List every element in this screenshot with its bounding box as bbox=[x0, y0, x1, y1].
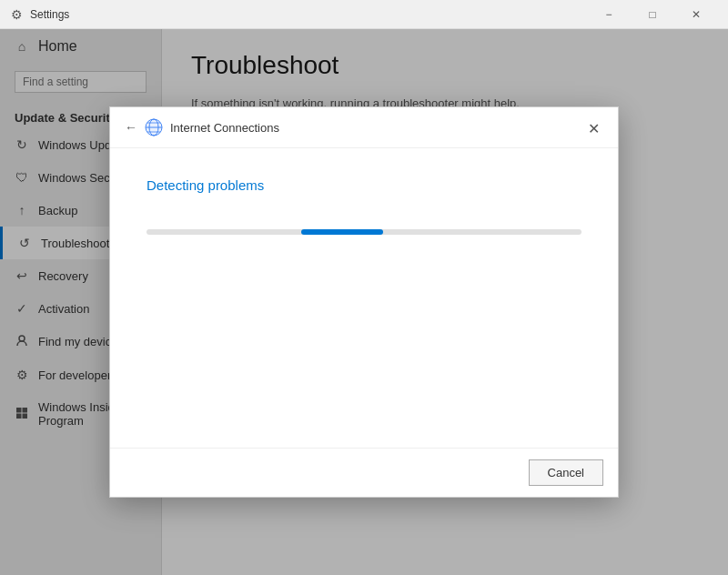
modal-titlebar: ← Internet Connections ✕ bbox=[110, 107, 618, 148]
titlebar-controls: − □ ✕ bbox=[588, 0, 717, 29]
modal-footer: Cancel bbox=[110, 448, 618, 497]
maximize-button[interactable]: □ bbox=[632, 0, 673, 29]
titlebar-left: ⚙ Settings bbox=[11, 7, 69, 22]
modal-title: Internet Connections bbox=[170, 121, 603, 135]
titlebar-title: Settings bbox=[30, 8, 69, 21]
titlebar: ⚙ Settings − □ ✕ bbox=[0, 0, 728, 29]
progress-bar-container bbox=[147, 229, 581, 235]
modal-back-button[interactable]: ← bbox=[125, 120, 137, 135]
internet-connections-icon bbox=[145, 118, 163, 136]
minimize-button[interactable]: − bbox=[588, 0, 630, 29]
modal-close-button[interactable]: ✕ bbox=[580, 115, 607, 142]
modal-body: Detecting problems bbox=[110, 148, 618, 448]
settings-icon: ⚙ bbox=[11, 7, 23, 22]
progress-bar bbox=[301, 229, 383, 235]
close-button[interactable]: ✕ bbox=[675, 0, 717, 29]
cancel-button[interactable]: Cancel bbox=[529, 459, 603, 486]
troubleshoot-modal: ← Internet Connections ✕ Detecting probl… bbox=[109, 106, 619, 498]
modal-overlay: ← Internet Connections ✕ Detecting probl… bbox=[0, 29, 728, 575]
detecting-label: Detecting problems bbox=[147, 177, 581, 193]
